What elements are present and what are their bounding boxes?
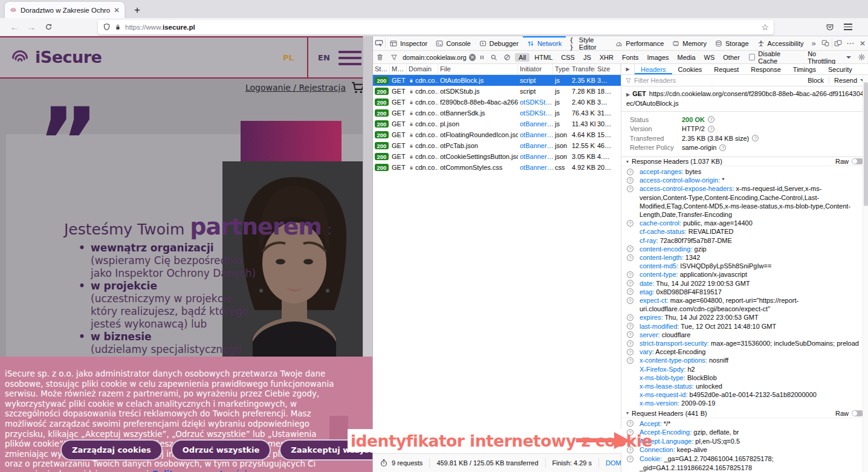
meatball-menu-icon[interactable]: ⋯: [844, 36, 857, 50]
help-icon[interactable]: ?: [627, 456, 633, 462]
col-initiator[interactable]: Initiator: [518, 64, 553, 74]
cookie-consent-button[interactable]: Zarządzaj cookies: [60, 439, 163, 461]
detail-tab[interactable]: Response: [745, 64, 787, 74]
help-icon[interactable]: ?: [708, 126, 714, 132]
type-filter-button[interactable]: Fonts: [618, 53, 643, 62]
header-row[interactable]: ? access-control-allow-origin: *: [621, 176, 868, 184]
help-icon[interactable]: ?: [627, 245, 633, 252]
header-row[interactable]: ? cf-cache-status: REVALIDATED: [621, 227, 868, 236]
header-row[interactable]: ? strict-transport-security: max-age=315…: [621, 339, 868, 348]
lang-pl-button[interactable]: PL: [283, 53, 294, 62]
detail-tab[interactable]: Security: [822, 64, 858, 74]
browser-tab[interactable]: Doradztwo w Zakresie Ochrony Dany ✕: [5, 2, 125, 18]
detail-tab[interactable]: Request: [708, 64, 745, 74]
request-row[interactable]: 200 GET cdn.co… otBannerSdk.js otSDKSt… …: [373, 108, 621, 118]
tab-performance[interactable]: Performance: [611, 36, 668, 50]
header-row[interactable]: ? x-ms-lease-status: unlocked: [621, 382, 868, 390]
header-row[interactable]: ? x-ms-blob-type: BlockBlob: [621, 373, 868, 382]
separate-window-icon[interactable]: [832, 36, 844, 50]
response-headers-section[interactable]: ▾ Response Headers (1.037 KB) Raw: [621, 157, 868, 166]
filter-headers-input[interactable]: Filter Headers: [634, 77, 805, 84]
shield-icon[interactable]: [103, 23, 111, 31]
request-row[interactable]: 200 GET cdn.co… f2890bc8-88eb-4bac-a266-…: [373, 97, 621, 108]
new-tab-button[interactable]: +: [129, 2, 145, 18]
request-headers-section[interactable]: ▾ Request Headers (441 B) Raw: [621, 409, 868, 418]
type-filter-button[interactable]: XHR: [596, 53, 617, 62]
lock-icon[interactable]: [114, 24, 121, 31]
search-icon[interactable]: [487, 51, 500, 63]
help-icon[interactable]: ?: [627, 314, 633, 321]
header-row[interactable]: ? server: cloudflare: [621, 331, 868, 339]
node-picker-icon[interactable]: [373, 36, 385, 50]
type-filter-button[interactable]: Other: [719, 53, 743, 62]
help-icon[interactable]: ?: [627, 288, 633, 295]
col-status[interactable]: St…: [373, 64, 390, 74]
throttling-select[interactable]: No Throttling: [808, 50, 851, 65]
disable-cache-checkbox[interactable]: [749, 54, 756, 60]
tab-close-icon[interactable]: ✕: [114, 6, 120, 15]
help-icon[interactable]: ?: [627, 254, 633, 261]
help-icon[interactable]: ?: [752, 135, 759, 141]
request-row[interactable]: 200 GET cdn.co… otSDKStub.js script js 7…: [373, 86, 621, 97]
tab-memory[interactable]: Memory: [668, 36, 711, 50]
header-row[interactable]: ? accept-ranges: bytes: [621, 167, 868, 176]
header-row[interactable]: ? etag: 0x8D98D8F4F819517: [621, 288, 868, 296]
header-row[interactable]: ? x-content-type-options: nosniff: [621, 356, 868, 364]
header-row[interactable]: ? access-control-expose-headers: x-ms-re…: [621, 184, 868, 219]
header-row[interactable]: ? content-md5: ISVHQDp8yLpS5h8SniPgIw==: [621, 262, 868, 270]
block-url-button[interactable]: Block: [808, 77, 824, 84]
filter-url-input[interactable]: domain:cookielaw.org: [401, 54, 469, 61]
detail-tab[interactable]: Cookies: [672, 64, 708, 74]
header-row[interactable]: ? vary: Accept-Encoding: [621, 348, 868, 356]
site-menu-icon[interactable]: [338, 51, 361, 65]
help-icon[interactable]: ?: [627, 169, 633, 175]
pause-traffic-icon[interactable]: II: [477, 54, 487, 60]
help-icon[interactable]: ?: [627, 220, 633, 227]
col-size[interactable]: Size: [595, 64, 621, 74]
type-filter-button[interactable]: CSS: [557, 53, 578, 62]
header-row[interactable]: ? X-Firefox-Spdy: h2: [621, 365, 868, 373]
header-row[interactable]: ? last-modified: Tue, 12 Oct 2021 14:48:…: [621, 322, 868, 331]
site-logo[interactable]: iSecure: [10, 47, 102, 67]
header-row[interactable]: ? Connection: keep-alive: [621, 445, 868, 454]
header-row[interactable]: ? content-encoding: gzip: [621, 245, 868, 253]
tab-debugger[interactable]: Debugger: [475, 36, 523, 50]
block-requests-icon[interactable]: [500, 51, 514, 63]
detail-tab[interactable]: Headers: [635, 64, 672, 74]
browser-menu-icon[interactable]: [844, 24, 852, 30]
header-row[interactable]: ? Accept: */*: [621, 419, 868, 428]
header-row[interactable]: ? Accept-Encoding: gzip, deflate, br: [621, 428, 868, 437]
tab-network[interactable]: Network: [523, 36, 566, 50]
privacy-policy-link[interactable]: Polityce prywatności: [152, 470, 247, 472]
bookmark-star-icon[interactable]: ☆: [761, 22, 769, 32]
close-devtools-icon[interactable]: ✕: [857, 36, 868, 50]
type-filter-button[interactable]: HTML: [531, 53, 556, 62]
network-settings-gear-icon[interactable]: [855, 51, 868, 63]
col-file[interactable]: File: [438, 64, 518, 74]
help-icon[interactable]: ?: [627, 349, 633, 355]
type-filter-button[interactable]: All: [515, 53, 530, 62]
col-type[interactable]: Type: [553, 64, 570, 74]
cookie-consent-button[interactable]: Odrzuć wszystkie: [171, 439, 271, 461]
split-panel-icon[interactable]: ▶: [621, 64, 635, 74]
type-filter-button[interactable]: Media: [674, 53, 699, 62]
responsive-design-icon[interactable]: [820, 36, 832, 50]
tab-console[interactable]: Console: [432, 36, 474, 50]
back-icon[interactable]: ←: [6, 20, 23, 34]
resend-button[interactable]: Resend: [834, 77, 865, 84]
help-icon[interactable]: ?: [627, 186, 633, 192]
help-icon[interactable]: ?: [627, 323, 633, 329]
header-row[interactable]: ? cache-control: public, max-age=14400: [621, 219, 868, 227]
header-row[interactable]: ? expect-ct: max-age=604800, report-uri=…: [621, 296, 868, 313]
header-row[interactable]: ? Cookie: _ga=GA1.2.704861004.1657825178…: [621, 454, 868, 472]
clear-requests-icon[interactable]: [373, 51, 387, 63]
help-icon[interactable]: ?: [627, 357, 633, 364]
request-row[interactable]: 200 GET cdn.co… otCommonStyles.css otBan…: [373, 162, 621, 173]
request-row[interactable]: 200 GET cdn.co… pl.json otBanner… js 11.…: [373, 118, 621, 129]
tab-inspector[interactable]: Inspector: [386, 36, 432, 50]
help-icon[interactable]: ?: [719, 144, 726, 151]
reload-icon[interactable]: [40, 20, 57, 34]
header-row[interactable]: ? content-type: application/x-javascript: [621, 270, 868, 279]
request-url-line[interactable]: ▶GEThttps://cdn.cookielaw.org/consent/f2…: [621, 86, 868, 112]
header-row[interactable]: ? content-length: 1342: [621, 253, 868, 262]
